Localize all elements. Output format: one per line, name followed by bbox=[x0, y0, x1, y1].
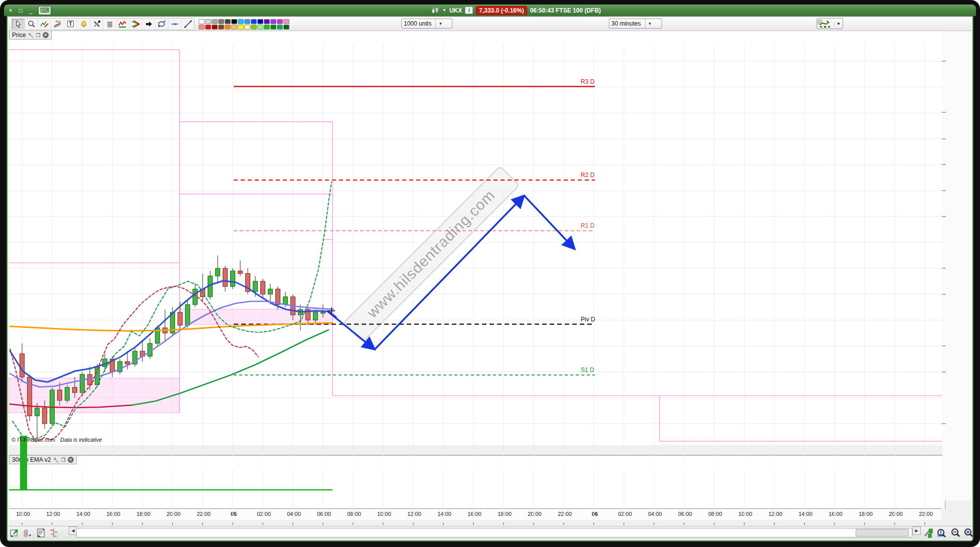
zigzag-indicator-icon[interactable] bbox=[116, 19, 129, 29]
time-axis-label: 16:00 bbox=[829, 511, 843, 517]
timeframe-dropdown[interactable]: 30 minutes▼ bbox=[609, 19, 662, 29]
time-axis-label: 02:00 bbox=[618, 511, 632, 517]
units-dropdown[interactable]: 1000 units▼ bbox=[401, 19, 452, 29]
price-change-badge: 7,333.0 (-0.16%) bbox=[476, 6, 527, 15]
color-swatch[interactable] bbox=[244, 19, 250, 24]
color-swatch[interactable] bbox=[264, 25, 270, 30]
color-swatch[interactable] bbox=[251, 19, 257, 24]
raff-channel-icon[interactable]: Raff. bbox=[51, 19, 64, 29]
chart-settings-icon[interactable] bbox=[922, 527, 935, 538]
indicator-edit-icon[interactable] bbox=[38, 19, 51, 29]
color-swatch[interactable] bbox=[257, 19, 263, 24]
keyboard-icon[interactable]: ⌨ bbox=[38, 6, 51, 15]
window-icon[interactable]: ❒ bbox=[61, 457, 66, 463]
svg-text:@: @ bbox=[24, 532, 28, 537]
minimize-window-icon[interactable]: _ bbox=[27, 7, 34, 14]
order-book-icon[interactable] bbox=[48, 527, 61, 538]
color-swatch[interactable] bbox=[218, 25, 224, 30]
color-swatch[interactable] bbox=[238, 25, 244, 30]
color-swatch[interactable] bbox=[283, 25, 289, 30]
wrench-icon[interactable]: 🔧 bbox=[28, 33, 34, 38]
ellipse-tool-icon[interactable]: ++ bbox=[155, 19, 169, 29]
restore-window-icon[interactable]: □ bbox=[17, 7, 24, 14]
color-swatch[interactable] bbox=[251, 25, 257, 30]
scrollbar-track[interactable] bbox=[76, 528, 912, 537]
color-swatch[interactable] bbox=[205, 19, 211, 24]
price-axis[interactable] bbox=[942, 31, 971, 500]
svg-text:▾: ▾ bbox=[11, 534, 13, 538]
arrow-tool-icon[interactable] bbox=[142, 19, 155, 29]
color-swatch[interactable] bbox=[257, 25, 263, 30]
color-swatch[interactable] bbox=[238, 19, 244, 24]
color-swatch[interactable] bbox=[212, 25, 218, 30]
color-swatch[interactable] bbox=[270, 19, 276, 24]
zoom-in-icon[interactable] bbox=[962, 527, 975, 538]
color-swatch[interactable] bbox=[199, 19, 205, 24]
alert-bell-icon[interactable] bbox=[77, 19, 90, 29]
chevron-down-icon: ▼ bbox=[435, 19, 442, 28]
color-swatch[interactable] bbox=[270, 25, 276, 30]
trash-icon[interactable] bbox=[103, 19, 116, 29]
copyright-note: © IT-Finance.comData is indicative bbox=[12, 437, 102, 443]
pattern-triangle-icon[interactable] bbox=[129, 19, 142, 29]
color-swatch[interactable] bbox=[277, 25, 283, 30]
svg-text:+: + bbox=[158, 25, 160, 28]
ema-indicator-panel[interactable] bbox=[9, 455, 945, 509]
time-axis-label: 04:00 bbox=[287, 511, 301, 517]
color-swatch[interactable] bbox=[277, 19, 283, 24]
text-tool-icon[interactable]: T bbox=[64, 19, 77, 29]
svg-text:▾: ▾ bbox=[29, 533, 31, 537]
svg-text:Raff.: Raff. bbox=[56, 20, 61, 23]
tools-settings-icon[interactable] bbox=[90, 19, 103, 29]
chart-style-button[interactable]: + ▼ bbox=[816, 18, 843, 29]
color-swatch[interactable] bbox=[199, 25, 205, 30]
color-swatch[interactable] bbox=[212, 19, 218, 24]
price-chart-panel[interactable] bbox=[9, 31, 945, 445]
close-icon[interactable]: ✕ bbox=[68, 457, 74, 463]
scroll-right-icon[interactable]: ▶ bbox=[912, 526, 921, 535]
tool-group: Raff. T ++ ✳ bbox=[12, 18, 195, 30]
time-axis-label: 06:00 bbox=[678, 511, 692, 517]
info-icon[interactable]: i bbox=[465, 7, 473, 14]
color-swatch[interactable] bbox=[218, 19, 224, 24]
color-swatch[interactable] bbox=[244, 25, 250, 30]
time-axis-label: 08:00 bbox=[708, 511, 722, 517]
chevron-down-icon[interactable]: ▼ bbox=[442, 8, 446, 13]
email-chart-icon[interactable]: @@▾ bbox=[22, 527, 35, 538]
close-icon[interactable]: ✕ bbox=[43, 32, 49, 38]
color-palette[interactable] bbox=[199, 19, 289, 30]
time-axis-label: 04:00 bbox=[648, 511, 662, 517]
color-swatch[interactable] bbox=[225, 25, 231, 30]
window-icon[interactable]: ❒ bbox=[36, 33, 41, 38]
zoom-out-icon[interactable] bbox=[949, 527, 962, 538]
chart-window-content: Raff. T ++ ✳ 1000 units▼ 30 minutes▼ + ▼ bbox=[7, 16, 973, 541]
trendline-tool-icon[interactable] bbox=[182, 19, 194, 29]
time-axis-label: 14:00 bbox=[437, 511, 451, 517]
zoom-fit-icon[interactable] bbox=[935, 527, 948, 538]
wrench-icon[interactable]: 🔧 bbox=[53, 457, 59, 463]
scrollbar-thumb[interactable] bbox=[856, 529, 909, 536]
export-chart-icon[interactable]: ▾ bbox=[9, 527, 22, 538]
candlestick-icon bbox=[431, 7, 439, 14]
color-swatch[interactable] bbox=[283, 19, 289, 24]
segment-tool-icon[interactable]: ✳ bbox=[169, 19, 182, 29]
time-axis-label: 20:00 bbox=[167, 511, 181, 517]
color-swatch[interactable] bbox=[205, 25, 211, 30]
close-window-icon[interactable]: × bbox=[7, 7, 14, 14]
ticker-symbol[interactable]: UKX bbox=[449, 7, 462, 14]
time-axis-label: 16:00 bbox=[106, 511, 120, 517]
cursor-tool-icon[interactable] bbox=[12, 19, 25, 29]
time-axis-label: 22:00 bbox=[197, 511, 211, 517]
notes-icon[interactable] bbox=[35, 527, 48, 538]
color-swatch[interactable] bbox=[231, 25, 237, 30]
title-bar: × □ _ ⌨ ▼ UKX i 7,333.0 (-0.16%) 06:50:4… bbox=[4, 5, 976, 16]
time-axis[interactable]: 10:0012:0014:0016:0018:0020:0022:000502:… bbox=[9, 508, 941, 520]
color-swatch[interactable] bbox=[231, 19, 237, 24]
price-panel-label: Price bbox=[12, 32, 26, 39]
color-swatch[interactable] bbox=[264, 19, 270, 24]
zoom-tool-icon[interactable] bbox=[25, 19, 38, 29]
chart-style-icon: + bbox=[817, 19, 834, 28]
color-swatch[interactable] bbox=[225, 19, 231, 24]
time-axis-label: 14:00 bbox=[76, 511, 90, 517]
bottom-toolbar: ▾ @@▾ ◀ ▶ bbox=[9, 526, 971, 539]
